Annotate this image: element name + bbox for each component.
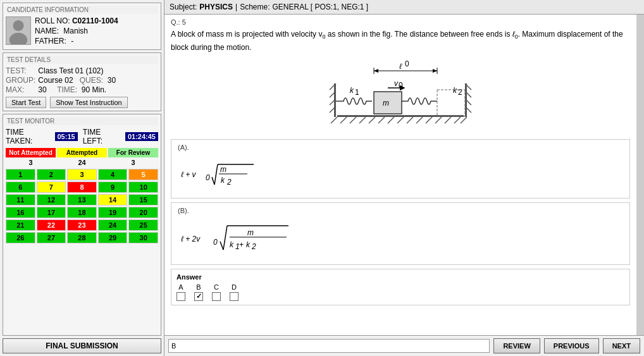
- scheme-label: Scheme:: [240, 3, 269, 11]
- question-cell-9[interactable]: 9: [98, 181, 128, 193]
- previous-button[interactable]: PREVIOUS: [544, 338, 599, 353]
- svg-line-58: [223, 226, 227, 250]
- answer-options-row: A B ✓ C D: [176, 283, 624, 301]
- svg-text:ℓ + v: ℓ + v: [181, 170, 197, 179]
- question-cell-7[interactable]: 7: [37, 181, 66, 193]
- question-cell-11[interactable]: 11: [6, 194, 35, 206]
- option-b-label: (B).: [178, 207, 623, 214]
- answer-option-b[interactable]: B ✓: [194, 283, 203, 301]
- question-cell-13[interactable]: 13: [67, 194, 97, 206]
- svg-text:0: 0: [206, 173, 210, 182]
- subject-name: PHYSICS: [199, 3, 233, 11]
- svg-text:2: 2: [251, 242, 256, 251]
- svg-text:m: m: [220, 165, 226, 174]
- svg-marker-41: [374, 69, 378, 73]
- monitor-title: TEST MONITOR: [6, 117, 158, 125]
- answer-input[interactable]: [168, 339, 490, 353]
- question-cell-14[interactable]: 14: [98, 194, 128, 206]
- candidate-section-title: CANDIDATE INFORMATION: [6, 6, 158, 14]
- bottom-bar: REVIEW PREVIOUS NEXT: [164, 335, 644, 356]
- question-cell-26[interactable]: 26: [6, 232, 35, 243]
- answer-option-d-label: D: [232, 283, 237, 291]
- option-a-container: (A). ℓ + v 0 m k 2: [171, 139, 630, 199]
- svg-point-1: [13, 20, 23, 31]
- question-cell-21[interactable]: 21: [6, 219, 35, 231]
- answer-checkbox-d[interactable]: [230, 292, 238, 301]
- answer-option-c[interactable]: C: [212, 283, 221, 301]
- next-button[interactable]: NEXT: [603, 338, 640, 353]
- question-cell-27[interactable]: 27: [37, 232, 66, 243]
- question-cell-12[interactable]: 12: [37, 194, 66, 206]
- question-grid: 1234567891011121314151617181920212223242…: [6, 169, 158, 243]
- final-submission-button[interactable]: FINAL SUBMISSION: [3, 338, 161, 353]
- svg-line-17: [454, 117, 461, 123]
- svg-text:2: 2: [226, 178, 232, 187]
- time-taken-value: 05:15: [55, 132, 78, 141]
- svg-line-13: [416, 117, 423, 123]
- svg-text:ℓ: ℓ: [399, 62, 402, 71]
- time-left-value: 01:24:45: [125, 132, 158, 141]
- show-instruction-button[interactable]: Show Test Instruction: [50, 97, 127, 108]
- scheme-value: GENERAL [ POS:1, NEG:1 ]: [273, 3, 369, 11]
- question-cell-24[interactable]: 24: [98, 219, 128, 231]
- question-cell-1[interactable]: 1: [6, 169, 35, 180]
- answer-option-a-label: A: [178, 283, 183, 291]
- question-cell-8[interactable]: 8: [67, 181, 97, 193]
- svg-text:k: k: [221, 176, 225, 185]
- svg-line-16: [445, 117, 451, 123]
- not-attempted-count: 3: [6, 159, 56, 166]
- roll-number: ROLL NO: C02110-1004: [35, 16, 118, 25]
- count-row: 3 24 3: [6, 159, 158, 166]
- left-panel: CANDIDATE INFORMATION ROLL NO: C02110-10…: [0, 0, 164, 356]
- option-a-label: (A).: [178, 144, 623, 151]
- svg-text:ℓ + 2v: ℓ + 2v: [181, 235, 201, 243]
- question-cell-29[interactable]: 29: [98, 232, 128, 243]
- svg-text:0: 0: [405, 59, 409, 68]
- checkmark-b: ✓: [196, 292, 202, 300]
- question-cell-6[interactable]: 6: [6, 181, 35, 193]
- candidate-father: FATHER: -: [35, 37, 118, 46]
- review-button[interactable]: REVIEW: [493, 338, 540, 353]
- question-text: A block of mass m is projected with velo…: [171, 28, 630, 53]
- subject-label: Subject:: [170, 3, 197, 11]
- answer-option-a[interactable]: A: [176, 283, 185, 301]
- question-content[interactable]: Q.: 5 A block of mass m is projected wit…: [164, 15, 644, 335]
- answer-checkbox-a[interactable]: [176, 292, 185, 301]
- answer-checkbox-c[interactable]: [212, 292, 221, 301]
- answer-option-d[interactable]: D: [230, 283, 238, 301]
- svg-line-15: [435, 117, 442, 123]
- svg-line-12: [407, 117, 413, 123]
- question-cell-5[interactable]: 5: [128, 169, 158, 180]
- time-row: TIME TAKEN: 05:15 TIME LEFT: 01:24:45: [6, 128, 158, 145]
- question-cell-30[interactable]: 30: [128, 232, 158, 243]
- svg-line-57: [220, 242, 223, 250]
- svg-line-5: [340, 117, 347, 123]
- question-cell-4[interactable]: 4: [98, 169, 128, 180]
- option-b-formula: ℓ + 2v 0 m k 1 + k 2: [178, 216, 623, 261]
- subject-header: Subject: PHYSICS | Scheme: GENERAL [ POS…: [164, 0, 644, 15]
- question-cell-10[interactable]: 10: [128, 181, 158, 193]
- question-cell-23[interactable]: 23: [67, 219, 97, 231]
- answer-checkbox-b[interactable]: ✓: [194, 292, 203, 301]
- question-cell-17[interactable]: 17: [37, 207, 66, 218]
- svg-line-18: [461, 117, 467, 123]
- question-cell-15[interactable]: 15: [128, 194, 158, 206]
- option-b-container: (B). ℓ + 2v 0 m k: [171, 202, 630, 265]
- question-cell-19[interactable]: 19: [98, 207, 128, 218]
- question-cell-16[interactable]: 16: [6, 207, 35, 218]
- svg-text:0: 0: [213, 238, 218, 247]
- question-cell-20[interactable]: 20: [128, 207, 158, 218]
- answer-option-c-label: C: [214, 283, 219, 291]
- question-cell-22[interactable]: 22: [37, 219, 66, 231]
- question-cell-18[interactable]: 18: [67, 207, 97, 218]
- answer-option-b-label: B: [196, 283, 201, 291]
- start-test-button[interactable]: Start Test: [6, 97, 46, 108]
- for-review-count: 3: [108, 159, 158, 166]
- question-cell-3[interactable]: 3: [67, 169, 97, 180]
- right-panel: Subject: PHYSICS | Scheme: GENERAL [ POS…: [164, 0, 644, 356]
- question-cell-2[interactable]: 2: [37, 169, 66, 180]
- svg-line-8: [369, 117, 375, 123]
- question-cell-25[interactable]: 25: [128, 219, 158, 231]
- question-cell-28[interactable]: 28: [67, 232, 97, 243]
- svg-marker-42: [433, 69, 437, 73]
